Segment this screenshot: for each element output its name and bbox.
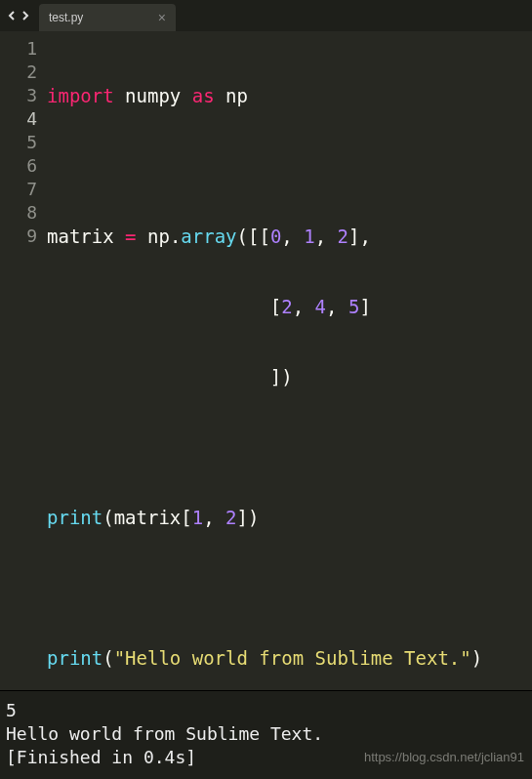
- line-number: 4: [0, 107, 37, 131]
- gutter: 1 2 3 4 5 6 7 8 9: [0, 31, 47, 690]
- line-number: 8: [0, 201, 37, 225]
- nav-arrows: [6, 10, 31, 21]
- code-line: [47, 576, 524, 599]
- line-number: 5: [0, 131, 37, 154]
- code-line: [47, 154, 524, 178]
- code-line: [2, 4, 5]: [47, 295, 524, 318]
- line-number: 9: [0, 225, 37, 248]
- code-line: print("Hello world from Sublime Text."): [47, 646, 524, 670]
- minimap[interactable]: [524, 31, 532, 690]
- build-output: 5 Hello world from Sublime Text. [Finish…: [0, 690, 532, 779]
- line-number: 1: [0, 37, 37, 61]
- line-number: 7: [0, 178, 37, 201]
- tab-filename: test.py: [49, 11, 83, 24]
- close-icon[interactable]: ×: [158, 11, 166, 24]
- nav-back-icon[interactable]: [6, 10, 18, 21]
- console-line: 5: [6, 699, 526, 722]
- console-line: Hello world from Sublime Text.: [6, 722, 526, 746]
- code-line: ]): [47, 365, 524, 389]
- file-tab[interactable]: test.py ×: [39, 4, 176, 31]
- watermark: https://blog.csdn.net/jclian91: [364, 746, 524, 769]
- code-line: [47, 435, 524, 459]
- code-line: print(matrix[1, 2]): [47, 506, 524, 529]
- editor[interactable]: 1 2 3 4 5 6 7 8 9 import numpy as np mat…: [0, 31, 532, 690]
- code-line: matrix = np.array([[0, 1, 2],: [47, 225, 524, 248]
- titlebar: test.py ×: [0, 0, 532, 31]
- line-number: 3: [0, 84, 37, 107]
- line-number: 6: [0, 154, 37, 178]
- line-number: 2: [0, 61, 37, 84]
- code-area[interactable]: import numpy as np matrix = np.array([[0…: [47, 31, 524, 690]
- code-line: import numpy as np: [47, 84, 524, 107]
- nav-forward-icon[interactable]: [20, 10, 31, 21]
